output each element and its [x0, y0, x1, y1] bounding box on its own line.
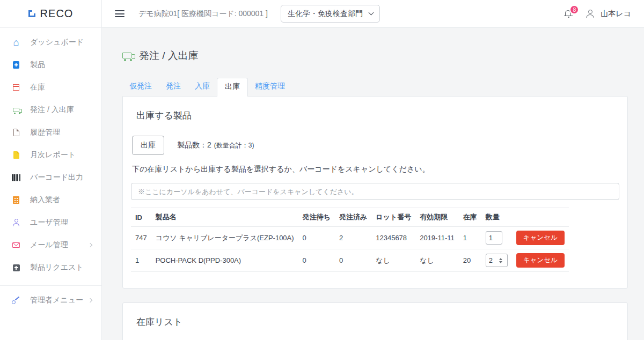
sidebar-item-label: 製品: [30, 60, 45, 70]
sidebar-item-label: ダッシュボード: [30, 38, 84, 47]
spinner-arrows-icon[interactable]: [499, 258, 502, 264]
tab-provisional-order[interactable]: 仮発注: [122, 78, 159, 97]
main-content: 発注 / 入出庫 仮発注 発注 入庫 出庫 精度管理 出庫する製品 出庫 製品数…: [102, 0, 644, 340]
barcode-icon: [11, 174, 21, 181]
quantity-input[interactable]: [489, 256, 497, 264]
cell-ordered: 0: [335, 249, 371, 272]
bell-icon: [564, 16, 573, 17]
cancel-button[interactable]: キャンセル: [516, 231, 565, 245]
tab-order[interactable]: 発注: [159, 78, 188, 97]
building-icon: [11, 196, 21, 204]
hamburger-menu-icon[interactable]: [115, 9, 125, 19]
notification-badge: 8: [569, 5, 579, 14]
sidebar-item-label: 月次レポート: [30, 150, 76, 160]
shipping-section-title: 出庫する製品: [136, 109, 619, 122]
notification-bell[interactable]: 8: [564, 9, 574, 19]
cell-lot-number: 12345678: [371, 227, 415, 249]
cell-order-pending: 0: [298, 227, 335, 249]
cell-id: 1: [131, 249, 151, 272]
table-row: 1 POCH-PACK D(PPD-300A) 0 0 なし なし 20: [131, 249, 569, 272]
facility-label: デモ病院01[ 医療機関コード: 000001 ]: [138, 9, 268, 19]
sidebar-item-label: 在庫: [30, 83, 45, 92]
bell-icon: [568, 17, 569, 18]
cell-lot-number: なし: [371, 249, 415, 272]
sidebar-item-label: バーコード出力: [30, 173, 83, 182]
cell-id: 747: [131, 227, 151, 249]
sidebar-item-dashboard[interactable]: ⌂ ダッシュボード: [0, 31, 101, 54]
sidebar-divider: [0, 285, 101, 286]
sidebar-item-suppliers[interactable]: 納入業者: [0, 189, 101, 211]
sidebar-item-label: 製品リクエスト: [30, 263, 84, 272]
user-icon: [11, 219, 21, 226]
tab-outbound[interactable]: 出庫: [217, 78, 248, 97]
chevron-down-icon: [369, 10, 374, 16]
tab-inbound[interactable]: 入庫: [188, 78, 217, 97]
sidebar-item-admin-menu[interactable]: 管理者メニュー: [0, 289, 101, 312]
document-icon: [11, 129, 21, 136]
shipping-table: ID 製品名 発注待ち 発注済み ロット番号 有効期限 在庫 数量 747 コウ…: [131, 208, 569, 272]
sidebar-item-monthly-report[interactable]: 月次レポート: [0, 144, 101, 166]
quantity-stepper[interactable]: [486, 254, 508, 267]
key-icon: [11, 297, 21, 304]
top-bar: デモ病院01[ 医療機関コード: 000001 ] 生化学・免疫検査部門 8 山…: [102, 0, 644, 28]
cell-stock: 1: [459, 227, 481, 249]
user-menu[interactable]: 山本レコ: [586, 9, 631, 19]
stock-list-panel: 在庫リスト 検索: ID 製品名 発注待ち 発注済み ロット番号 有効期限 在庫: [122, 302, 628, 340]
logo-text: RECO: [40, 8, 74, 20]
sidebar-item-user-management[interactable]: ユーザ管理: [0, 211, 101, 234]
col-quantity: 数量: [481, 208, 512, 227]
chevron-right-icon: [88, 243, 92, 247]
tab-bar: 仮発注 発注 入庫 出庫 精度管理: [122, 78, 628, 97]
sidebar-item-products[interactable]: 製品: [0, 54, 101, 76]
topbar-right: 8 山本レコ: [564, 9, 631, 19]
box-icon: [11, 84, 21, 91]
product-count: 製品数：2: [177, 141, 211, 150]
truck-icon: [122, 53, 131, 58]
col-product-name: 製品名: [151, 208, 298, 227]
app-logo[interactable]: RECO: [0, 0, 101, 28]
quantity-input[interactable]: [486, 231, 502, 245]
sidebar-item-history[interactable]: 履歴管理: [0, 121, 101, 144]
sidebar-item-stock[interactable]: 在庫: [0, 76, 101, 99]
ship-action-row: 出庫 製品数：2 (数量合計：3): [132, 136, 619, 155]
page-title: 発注 / 入出庫: [139, 49, 199, 63]
department-select[interactable]: 生化学・免疫検査部門: [281, 5, 380, 23]
plus-square-icon: [11, 264, 21, 271]
sidebar-item-label: メール管理: [30, 240, 68, 250]
sidebar-item-orders[interactable]: 発注 / 入出庫: [0, 99, 101, 121]
cancel-button[interactable]: キャンセル: [516, 253, 565, 268]
cell-expiry: 2019-11-11: [415, 227, 459, 249]
user-name: 山本レコ: [601, 9, 631, 19]
col-cancel: [512, 208, 569, 227]
home-icon: ⌂: [11, 39, 21, 46]
truck-icon: [11, 108, 21, 112]
ship-button[interactable]: 出庫: [132, 136, 164, 155]
mail-icon: [11, 242, 21, 248]
sidebar-item-mail-management[interactable]: メール管理: [0, 234, 101, 256]
col-ordered: 発注済み: [335, 208, 371, 227]
sidebar-item-label: 履歴管理: [30, 128, 60, 137]
cell-order-pending: 0: [298, 249, 335, 272]
col-order-pending: 発注待ち: [298, 208, 335, 227]
barcode-scan-input[interactable]: [131, 183, 619, 200]
sidebar-item-label: 管理者メニュー: [30, 295, 83, 305]
sidebar-item-barcode-output[interactable]: バーコード出力: [0, 166, 101, 189]
person-icon: [586, 10, 595, 18]
col-expiry: 有効期限: [415, 208, 459, 227]
sidebar-item-product-request[interactable]: 製品リクエスト: [0, 256, 101, 279]
sidebar-menu: ⌂ ダッシュボード 製品 在庫 発注 / 入出庫 履歴管理 月次レポート バーコ…: [0, 28, 101, 312]
reco-logo-icon: [28, 10, 35, 17]
col-lot-number: ロット番号: [371, 208, 415, 227]
sidebar-item-label: 納入業者: [30, 195, 60, 205]
tab-quality-control[interactable]: 精度管理: [248, 78, 292, 97]
chevron-right-icon: [88, 298, 92, 302]
sidebar-item-label: 発注 / 入出庫: [30, 105, 74, 115]
cell-product-name: コウソ キャリブレータープラス(EZP-100A): [151, 227, 298, 249]
department-select-value: 生化学・免疫検査部門: [288, 9, 363, 19]
shipping-instruction: 下の在庫リストから出庫する製品を選択するか、バーコードをスキャンしてください。: [132, 165, 619, 174]
col-id: ID: [131, 208, 151, 227]
cell-ordered: 2: [335, 227, 371, 249]
medicine-bottle-icon: [11, 61, 21, 69]
report-icon: [11, 151, 21, 159]
quantity-total: (数量合計：3): [214, 141, 254, 150]
